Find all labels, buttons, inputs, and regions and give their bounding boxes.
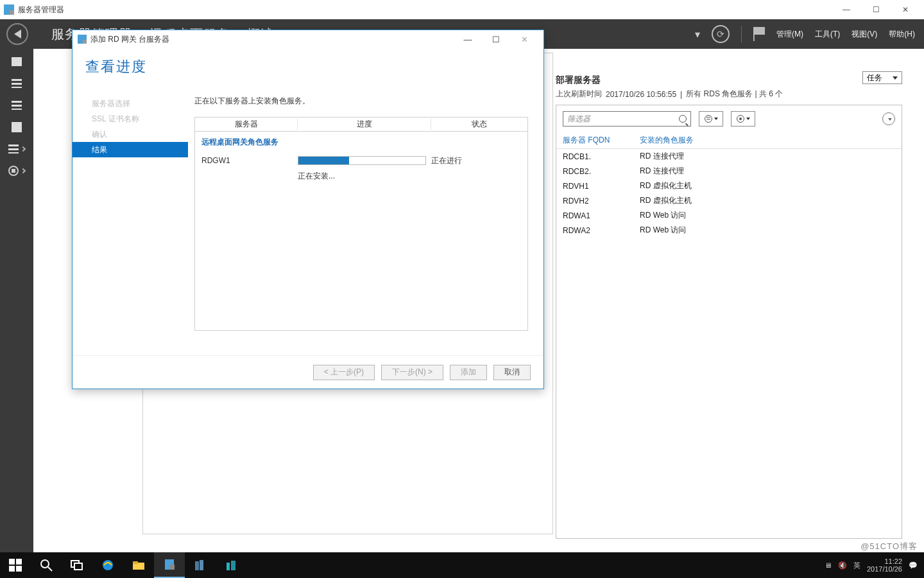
table-row[interactable]: RDWA1RD Web 访问 bbox=[556, 208, 902, 223]
step-result[interactable]: 结果 bbox=[73, 142, 188, 157]
list-icon bbox=[705, 115, 712, 123]
menu-help[interactable]: 帮助(H) bbox=[889, 29, 915, 40]
view-options-button[interactable] bbox=[699, 111, 723, 127]
window-maximize[interactable]: ☐ bbox=[861, 0, 891, 19]
cancel-button[interactable]: 取消 bbox=[493, 365, 531, 380]
window-controls: — ☐ ✕ bbox=[832, 0, 920, 19]
cell-role: RD Web 访问 bbox=[640, 210, 895, 221]
notifications-flag-icon[interactable] bbox=[753, 27, 765, 41]
filter-input[interactable]: 筛选器 bbox=[563, 111, 691, 127]
rail-crossed[interactable] bbox=[0, 163, 33, 179]
expand-toggle[interactable] bbox=[882, 112, 895, 125]
svg-point-4 bbox=[41, 560, 49, 568]
svg-rect-15 bbox=[227, 563, 230, 570]
install-table-header: 服务器 进度 状态 bbox=[194, 117, 528, 132]
dialog-app-icon bbox=[78, 35, 87, 44]
window-minimize[interactable]: — bbox=[832, 0, 861, 19]
taskbar-search[interactable] bbox=[31, 552, 62, 578]
svg-rect-3 bbox=[16, 566, 22, 572]
header-dropdown-caret[interactable]: ▾ bbox=[695, 28, 700, 40]
main-titlebar: 服务器管理器 — ☐ ✕ bbox=[0, 0, 924, 19]
col-state: 状态 bbox=[431, 119, 527, 130]
cell-role: RD 虚拟化主机 bbox=[640, 195, 895, 206]
install-server: RDGW1 bbox=[201, 156, 298, 165]
deployment-title: 部署服务器 bbox=[556, 74, 902, 86]
deployment-subtitle: 上次刷新时间 2017/10/26 10:56:55 | 所有 RDS 角色服务… bbox=[556, 89, 902, 100]
rail-dashboard[interactable] bbox=[0, 54, 33, 69]
chevron-down-icon bbox=[746, 118, 750, 120]
table-row[interactable]: RDVH2RD 虚拟化主机 bbox=[556, 193, 902, 208]
disk-icon bbox=[737, 115, 744, 123]
deployment-table-header: 服务器 FQDN 安装的角色服务 bbox=[556, 132, 902, 149]
tasks-dropdown[interactable]: 任务 bbox=[862, 71, 902, 84]
taskbar-app-2[interactable] bbox=[216, 552, 246, 578]
cell-fqdn: RDWA2 bbox=[563, 226, 640, 235]
dialog-title: 添加 RD 网关 台服务器 bbox=[90, 34, 169, 45]
add-rd-gateway-dialog: 添加 RD 网关 台服务器 — ☐ ✕ 查看进度 服务器选择 SSL 证书名称 … bbox=[72, 30, 544, 389]
menu-tools[interactable]: 工具(T) bbox=[815, 29, 840, 40]
rds-icon bbox=[8, 144, 19, 153]
col-role[interactable]: 安装的角色服务 bbox=[640, 135, 895, 146]
tray-volume-icon[interactable]: 🔇 bbox=[838, 561, 847, 570]
server-icon bbox=[12, 79, 22, 88]
svg-rect-2 bbox=[9, 566, 15, 572]
window-close[interactable]: ✕ bbox=[891, 0, 920, 19]
svg-line-5 bbox=[48, 567, 52, 571]
save-query-button[interactable] bbox=[731, 111, 755, 127]
dialog-heading: 查看进度 bbox=[85, 57, 531, 76]
table-row[interactable]: RDCB2.RD 连接代理 bbox=[556, 164, 902, 179]
storage-icon bbox=[12, 122, 22, 132]
start-button[interactable] bbox=[0, 552, 31, 578]
task-view[interactable] bbox=[62, 552, 92, 578]
svg-rect-10 bbox=[133, 561, 138, 564]
rail-rds[interactable] bbox=[0, 141, 33, 157]
taskbar: 🖥 🔇 英 11:22 2017/10/26 💬 bbox=[0, 552, 924, 578]
dialog-footer: < 上一步(P) 下一步(N) > 添加 取消 bbox=[73, 355, 543, 389]
tray-network-icon[interactable]: 🖥 bbox=[825, 561, 832, 569]
install-table-body: 远程桌面网关角色服务 RDGW1 正在进行 正在安装... bbox=[194, 132, 528, 331]
rail-local-server[interactable] bbox=[0, 76, 33, 91]
table-row[interactable]: RDWA2RD Web 访问 bbox=[556, 223, 902, 238]
step-confirm: 确认 bbox=[73, 127, 188, 142]
cell-role: RD 连接代理 bbox=[640, 166, 895, 177]
rail-file-services[interactable] bbox=[0, 119, 33, 135]
windows-icon bbox=[9, 559, 22, 572]
taskbar-time[interactable]: 11:22 bbox=[867, 557, 902, 565]
taskbar-explorer[interactable] bbox=[123, 552, 154, 578]
cell-fqdn: RDCB1. bbox=[563, 152, 640, 161]
deployment-servers-panel: 部署服务器 任务 上次刷新时间 2017/10/26 10:56:55 | 所有… bbox=[556, 74, 902, 534]
folder-icon bbox=[132, 559, 145, 572]
refresh-button[interactable]: ⟳ bbox=[712, 25, 730, 43]
dialog-titlebar[interactable]: 添加 RD 网关 台服务器 — ☐ ✕ bbox=[73, 30, 543, 48]
taskbar-date[interactable]: 2017/10/26 bbox=[867, 565, 902, 573]
dialog-step-nav: 服务器选择 SSL 证书名称 确认 结果 bbox=[73, 80, 188, 355]
taskbar-ie[interactable] bbox=[92, 552, 123, 578]
chevron-down-icon bbox=[714, 118, 718, 120]
back-button[interactable] bbox=[6, 23, 28, 45]
app-icon bbox=[4, 4, 14, 15]
dialog-maximize[interactable]: ☐ bbox=[482, 30, 510, 48]
dialog-close[interactable]: ✕ bbox=[510, 30, 538, 48]
menu-manage[interactable]: 管理(M) bbox=[776, 29, 803, 40]
dashboard-icon bbox=[12, 57, 22, 66]
dialog-minimize[interactable]: — bbox=[454, 30, 482, 48]
cell-fqdn: RDVH2 bbox=[563, 197, 640, 206]
search-icon bbox=[679, 115, 687, 123]
menu-view[interactable]: 视图(V) bbox=[851, 29, 877, 40]
table-row[interactable]: RDVH1RD 虚拟化主机 bbox=[556, 179, 902, 193]
col-fqdn[interactable]: 服务器 FQDN bbox=[563, 135, 640, 146]
cell-role: RD 连接代理 bbox=[640, 151, 895, 162]
step-server-select: 服务器选择 bbox=[73, 96, 188, 111]
rail-all-servers[interactable] bbox=[0, 98, 33, 113]
taskbar-server-manager[interactable] bbox=[154, 552, 185, 578]
deployment-summary: 所有 RDS 角色服务 | 共 6 个 bbox=[686, 89, 783, 100]
svg-rect-14 bbox=[200, 560, 203, 570]
ime-indicator[interactable]: 英 bbox=[853, 561, 860, 570]
tasks-label: 任务 bbox=[867, 73, 882, 83]
progress-fill bbox=[298, 157, 349, 164]
action-center-icon[interactable]: 💬 bbox=[909, 561, 918, 570]
taskbar-app-1[interactable] bbox=[185, 552, 216, 578]
add-button: 添加 bbox=[450, 365, 487, 380]
table-row[interactable]: RDCB1.RD 连接代理 bbox=[556, 149, 902, 164]
crossed-circle-icon bbox=[8, 166, 19, 176]
